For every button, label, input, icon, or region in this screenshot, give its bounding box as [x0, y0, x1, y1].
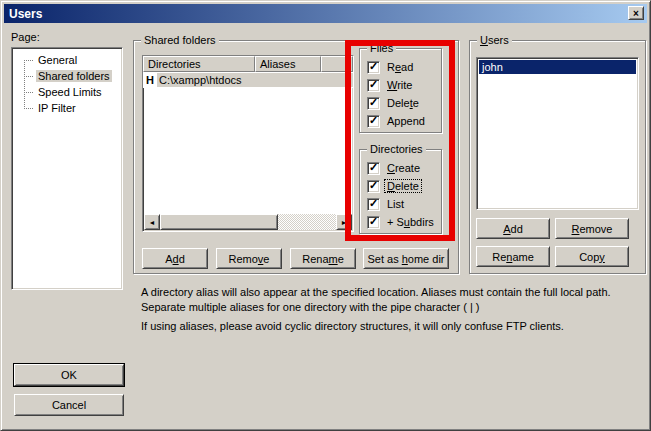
check-mark-icon: ✓: [369, 79, 378, 90]
checkbox-create[interactable]: ✓ Create: [367, 161, 422, 175]
checkbox-label: + Subdirs: [385, 216, 436, 228]
folder-add-button[interactable]: Add: [142, 248, 208, 269]
page-item-shared-folders[interactable]: Shared folders: [16, 68, 122, 84]
cancel-button[interactable]: Cancel: [14, 394, 124, 416]
page-item-speed-limits[interactable]: Speed Limits: [16, 84, 122, 100]
checkbox-icon: ✓: [367, 198, 380, 211]
folder-remove-button[interactable]: Remove: [216, 248, 282, 269]
folder-rename-button[interactable]: Rename: [290, 248, 356, 269]
set-as-home-dir-button[interactable]: Set as home dir: [363, 248, 449, 269]
check-mark-icon: ✓: [369, 97, 378, 108]
checkbox-icon: ✓: [367, 180, 380, 193]
checkbox-label: List: [385, 198, 406, 210]
page-item-label: IP Filter: [36, 102, 78, 114]
scrollbar-thumb[interactable]: [160, 214, 278, 230]
users-list: john: [476, 57, 639, 210]
shared-folders-group-label: Shared folders: [141, 34, 219, 47]
page-tree: General Shared folders Speed Limits IP F…: [16, 52, 122, 116]
scroll-left-button[interactable]: ◄: [144, 214, 160, 230]
checkbox-label: Delete: [385, 97, 421, 109]
check-mark-icon: ✓: [369, 180, 378, 191]
check-mark-icon: ✓: [369, 198, 378, 209]
user-copy-button[interactable]: Copy: [555, 246, 629, 267]
checkbox-subdirs[interactable]: ✓ + Subdirs: [367, 215, 436, 229]
home-flag: H: [143, 74, 157, 86]
help-paragraph-cyclic: If using aliases, please avoid cyclic di…: [141, 319, 643, 334]
page-item-label: Speed Limits: [36, 86, 104, 98]
checkbox-list[interactable]: ✓ List: [367, 197, 406, 211]
checkbox-icon: ✓: [367, 79, 380, 92]
page-label: Page:: [11, 31, 40, 43]
title-bar: Users ×: [4, 4, 647, 23]
checkbox-read[interactable]: ✓ Read: [367, 60, 415, 74]
table-row[interactable]: H C:\xampp\htdocs: [143, 72, 353, 88]
checkbox-label: Delete: [385, 180, 421, 192]
help-text: A directory alias will also appear at th…: [141, 285, 643, 334]
horizontal-scrollbar[interactable]: ◄ ►: [144, 214, 352, 230]
scroll-left-icon: ◄: [149, 219, 156, 226]
checkbox-icon: ✓: [367, 162, 380, 175]
page-item-ip-filter[interactable]: IP Filter: [16, 100, 122, 116]
help-paragraph-aliases: A directory alias will also appear at th…: [141, 285, 643, 315]
scrollbar-track[interactable]: [160, 214, 336, 230]
checkbox-icon: ✓: [367, 216, 380, 229]
page-item-label: General: [36, 54, 79, 66]
close-icon: ×: [633, 8, 639, 19]
checkbox-icon: ✓: [367, 115, 380, 128]
checkbox-label: Create: [385, 162, 422, 174]
checkbox-label: Write: [385, 79, 414, 91]
users-dialog: Users × Page: General Shared folders Spe…: [0, 0, 651, 431]
column-header-directories[interactable]: Directories: [143, 56, 255, 72]
checkbox-label: Append: [385, 115, 427, 127]
users-group: Users john Add Remove Rename Copy: [469, 40, 646, 274]
page-item-general[interactable]: General: [16, 52, 122, 68]
scroll-right-button[interactable]: ►: [336, 214, 352, 230]
checkbox-file-delete[interactable]: ✓ Delete: [367, 96, 421, 110]
checkbox-label: Read: [385, 61, 415, 73]
check-mark-icon: ✓: [369, 216, 378, 227]
ok-button[interactable]: OK: [14, 364, 124, 386]
window-title: Users: [9, 7, 42, 21]
column-header-stub: [321, 56, 353, 72]
check-mark-icon: ✓: [369, 61, 378, 72]
close-button[interactable]: ×: [628, 6, 644, 20]
user-add-button[interactable]: Add: [476, 218, 550, 239]
list-item-user-john[interactable]: john: [479, 60, 636, 74]
check-mark-icon: ✓: [369, 162, 378, 173]
page-list: General Shared folders Speed Limits IP F…: [11, 47, 123, 290]
checkbox-icon: ✓: [367, 61, 380, 74]
directories-group: Directories ✓ Create ✓ Delete ✓ List ✓ +…: [359, 149, 442, 234]
check-mark-icon: ✓: [369, 115, 378, 126]
users-group-label: Users: [477, 34, 512, 47]
checkbox-write[interactable]: ✓ Write: [367, 78, 414, 92]
scroll-right-icon: ►: [341, 219, 348, 226]
checkbox-append[interactable]: ✓ Append: [367, 114, 427, 128]
list-header: Directories Aliases: [143, 56, 353, 72]
shared-folders-list: Directories Aliases H C:\xampp\htdocs ◄ …: [142, 55, 354, 232]
checkbox-dir-delete[interactable]: ✓ Delete: [367, 179, 421, 193]
user-rename-button[interactable]: Rename: [476, 246, 550, 267]
files-group: Files ✓ Read ✓ Write ✓ Delete ✓ Append: [359, 48, 442, 133]
page-item-label: Shared folders: [36, 70, 112, 82]
directories-group-label: Directories: [367, 143, 426, 156]
directory-cell: C:\xampp\htdocs: [157, 73, 353, 87]
checkbox-icon: ✓: [367, 97, 380, 110]
user-remove-button[interactable]: Remove: [555, 218, 629, 239]
column-header-aliases[interactable]: Aliases: [255, 56, 321, 72]
files-group-label: Files: [367, 42, 396, 55]
